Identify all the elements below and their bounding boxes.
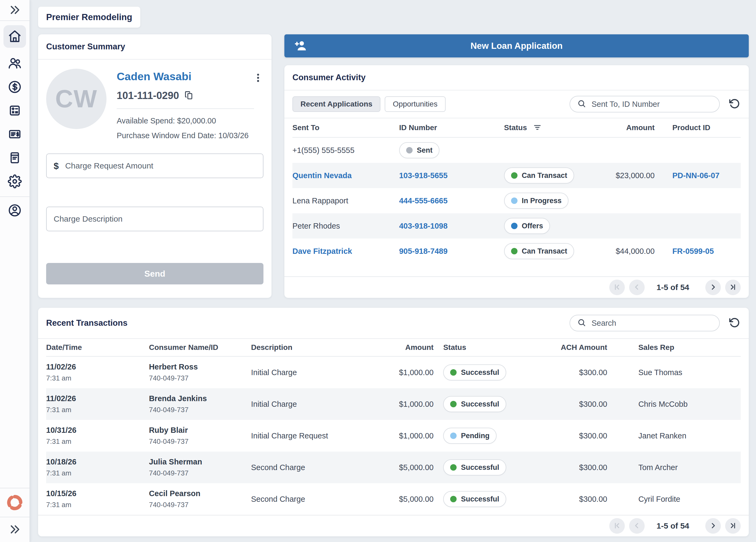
prev-page-button[interactable] bbox=[629, 518, 645, 534]
sidebar-item-home[interactable] bbox=[3, 25, 26, 48]
last-page-button[interactable] bbox=[725, 518, 741, 534]
filter-icon bbox=[533, 123, 542, 133]
sidebar-item-account[interactable] bbox=[3, 203, 26, 218]
col-sent-to: Sent To bbox=[292, 123, 399, 132]
status-dot-icon bbox=[450, 464, 457, 471]
cell-sent-to[interactable]: +1(555) 555-5555 bbox=[292, 146, 399, 155]
status-badge: Can Transact bbox=[504, 167, 574, 184]
last-page-icon bbox=[729, 283, 737, 292]
home-icon bbox=[8, 29, 22, 44]
users-icon bbox=[8, 56, 22, 71]
status-badge: Offers bbox=[504, 218, 550, 234]
dollar-circle-icon bbox=[8, 80, 22, 95]
transaction-row: 10/15/26 7:31 am Cecil Pearson 740-049-7… bbox=[46, 483, 741, 515]
new-loan-application-button[interactable]: New Loan Application bbox=[284, 34, 749, 57]
status-filter-button[interactable] bbox=[533, 123, 542, 133]
cell-amount: $1,000.00 bbox=[368, 400, 438, 409]
kebab-menu-button[interactable] bbox=[253, 72, 263, 84]
cell-product-id[interactable]: FR-0599-05 bbox=[655, 247, 741, 256]
sidebar-collapse-button[interactable] bbox=[0, 0, 30, 20]
consumer-name: Herbert Ross bbox=[149, 362, 247, 371]
sidebar-item-reports[interactable] bbox=[3, 150, 26, 166]
consumer-name: Cecil Pearson bbox=[149, 489, 247, 498]
cell-product-id[interactable]: PD-NN-06-07 bbox=[655, 171, 741, 180]
charge-description-input[interactable] bbox=[54, 214, 256, 224]
cell-sent-to[interactable]: Lena Rappaport bbox=[292, 196, 399, 205]
tab-opportunities[interactable]: Opportunities bbox=[385, 96, 446, 112]
charge-amount-field-wrap: $ bbox=[46, 153, 263, 178]
first-page-icon bbox=[613, 522, 621, 530]
cell-sales-rep: Cyril Fordite bbox=[611, 495, 741, 504]
cell-id-number[interactable]: 444-555-6665 bbox=[399, 196, 504, 205]
cell-description: Second Charge bbox=[251, 463, 369, 472]
next-page-button[interactable] bbox=[705, 280, 721, 295]
search-icon bbox=[577, 99, 586, 109]
transaction-time: 7:31 am bbox=[46, 437, 145, 446]
cell-id-number[interactable]: 403-918-1098 bbox=[399, 222, 504, 230]
page-range-label: 1-5 of 54 bbox=[656, 521, 689, 530]
send-button[interactable]: Send bbox=[46, 263, 263, 284]
chevron-left-icon bbox=[633, 522, 641, 530]
consumer-activity-row: Dave Fitzpatrick 905-918-7489 Can Transa… bbox=[292, 239, 741, 264]
consumer-activity-pagination: 1-5 of 54 bbox=[284, 276, 749, 298]
cell-amount: $44,000.00 bbox=[604, 247, 655, 256]
avatar: CW bbox=[46, 69, 107, 129]
last-page-icon bbox=[729, 522, 737, 530]
cell-description: Initial Charge Request bbox=[251, 431, 369, 440]
charge-description-field-wrap bbox=[46, 207, 263, 231]
sidebar-item-calculator[interactable] bbox=[3, 103, 26, 119]
gear-icon bbox=[8, 174, 22, 189]
last-page-button[interactable] bbox=[725, 280, 741, 295]
sidebar-expand-button[interactable] bbox=[0, 517, 30, 542]
cell-id-number[interactable]: 905-918-7489 bbox=[399, 247, 504, 256]
sidebar-item-payments[interactable] bbox=[3, 79, 26, 95]
chevron-left-icon bbox=[633, 283, 641, 292]
consumer-id: 740-049-737 bbox=[149, 501, 247, 509]
status-label: Successful bbox=[461, 400, 499, 408]
cell-status: Can Transact bbox=[504, 243, 604, 259]
sidebar-item-invoices[interactable] bbox=[3, 127, 26, 142]
col-amount: Amount bbox=[604, 123, 655, 132]
cell-description: Second Charge bbox=[251, 495, 369, 504]
consumer-id: 740-049-737 bbox=[149, 406, 247, 414]
prev-page-button[interactable] bbox=[629, 280, 645, 295]
cell-sent-to[interactable]: Dave Fitzpatrick bbox=[292, 247, 399, 256]
consumer-activity-search-input[interactable] bbox=[592, 100, 712, 109]
cell-amount: $5,000.00 bbox=[368, 463, 438, 472]
consumer-id: 740-049-737 bbox=[149, 374, 247, 382]
charge-request-amount-input[interactable] bbox=[65, 161, 256, 170]
page-range-label: 1-5 of 54 bbox=[656, 283, 689, 292]
copy-button[interactable] bbox=[184, 90, 194, 101]
next-page-button[interactable] bbox=[705, 518, 721, 534]
cell-status: Successful bbox=[438, 364, 537, 380]
first-page-button[interactable] bbox=[609, 518, 625, 534]
cell-sent-to[interactable]: Quentin Nevada bbox=[292, 171, 399, 180]
sidebar-item-settings[interactable] bbox=[3, 174, 26, 189]
cell-sent-to[interactable]: Peter Rhodes bbox=[292, 222, 399, 230]
first-page-button[interactable] bbox=[609, 280, 625, 295]
reset-search-button[interactable] bbox=[728, 317, 741, 330]
kebab-icon bbox=[253, 80, 263, 84]
cell-status: Successful bbox=[438, 396, 537, 412]
col-status: Status bbox=[504, 123, 604, 133]
consumer-activity-row: Peter Rhodes 403-918-1098 Offers bbox=[292, 213, 741, 239]
cell-ach-amount: $300.00 bbox=[537, 368, 612, 377]
cell-id-number[interactable]: 103-918-5655 bbox=[399, 171, 504, 180]
status-badge: Successful bbox=[443, 396, 506, 412]
sidebar-item-customers[interactable] bbox=[3, 56, 26, 71]
cell-status: Sent bbox=[399, 142, 504, 158]
status-badge: Successful bbox=[443, 491, 506, 507]
status-label: Can Transact bbox=[522, 171, 567, 180]
status-label: Can Transact bbox=[522, 247, 567, 255]
cell-amount: $23,000.00 bbox=[604, 171, 655, 180]
transaction-time: 7:31 am bbox=[46, 406, 145, 414]
status-dot-icon bbox=[406, 147, 413, 153]
cell-status: Successful bbox=[438, 491, 537, 507]
cell-amount: $5,000.00 bbox=[368, 495, 438, 504]
transactions-search-input[interactable] bbox=[592, 319, 712, 328]
reset-search-button[interactable] bbox=[728, 98, 741, 111]
tab-recent-applications[interactable]: Recent Applications bbox=[292, 96, 380, 112]
customer-name-link[interactable]: Caden Wasabi bbox=[117, 70, 254, 83]
cell-amount: $1,000.00 bbox=[368, 368, 438, 377]
available-spend: Available Spend: $20,000.00 bbox=[117, 116, 254, 125]
